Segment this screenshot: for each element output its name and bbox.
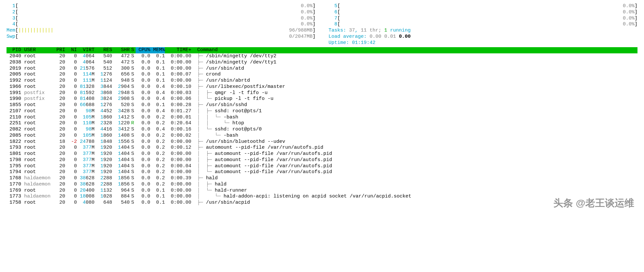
- tasks-line: Tasks: 37, 11 thr; 1 running: [329, 28, 637, 34]
- process-row[interactable]: 2040 root 20 0 4064 540 472 S 0.0 0.1 0:…: [7, 53, 637, 60]
- process-row[interactable]: 1822 root 18 -2 24788 1848 1556 S 0.0 0.…: [7, 139, 637, 145]
- process-row[interactable]: 2251 root 20 0 110M 2328 1220 R 0.0 0.2 …: [7, 120, 637, 127]
- meters-section: 1 [0.0%] 2 [0.0%] 3 [0.0%] 4 [0.0%] Mem …: [7, 3, 637, 46]
- process-row[interactable]: 1794 root 20 0 377M 1920 1404 S 0.0 0.2 …: [7, 169, 637, 175]
- process-row[interactable]: 1966 root 20 0 81328 3844 2904 S 0.0 0.4…: [7, 84, 637, 90]
- cpu-meters-left: 1 [0.0%] 2 [0.0%] 3 [0.0%] 4 [0.0%] Mem …: [7, 3, 315, 46]
- process-row[interactable]: 1793 root 20 0 377M 1920 1404 S 0.0 0.2 …: [7, 145, 637, 151]
- cpu-meter-7: 7 [0.0%]: [329, 16, 637, 22]
- process-row[interactable]: 1801 root 20 0 377M 1920 1404 S 0.0 0.2 …: [7, 151, 637, 157]
- cpu-meter-2: 2 [0.0%]: [7, 9, 315, 16]
- cpu-meter-1: 1 [0.0%]: [7, 3, 315, 9]
- col-pid[interactable]: PID: [7, 47, 21, 53]
- process-row[interactable]: 2082 root 20 0 98M 4416 3412 S 0.0 0.4 0…: [7, 127, 637, 133]
- process-row[interactable]: 2038 root 20 0 4064 540 472 S 0.0 0.1 0:…: [7, 60, 637, 66]
- process-row[interactable]: 2019 root 20 0 21576 512 300 S 0.0 0.1 0…: [7, 66, 637, 72]
- col-cpu[interactable]: CPU%: [136, 47, 150, 53]
- process-row[interactable]: 2110 root 20 0 105M 1860 1412 S 0.0 0.2 …: [7, 115, 637, 121]
- mem-meter: Mem [||||||||||||96/988MB]: [7, 28, 315, 34]
- col-user[interactable]: USER: [21, 47, 53, 53]
- cpu-meter-8: 8 [0.0%]: [329, 21, 637, 28]
- cpu-meter-4: 4 [0.0%]: [7, 21, 315, 28]
- process-row[interactable]: 1770 haldaemon 20 0 38628 2288 1856 S 0.…: [7, 182, 637, 188]
- process-row[interactable]: 1990 postfix 20 0 81408 3824 2908 S 0.0 …: [7, 96, 637, 102]
- process-row[interactable]: 1758 root 20 0 4080 648 540 S 0.0 0.1 0:…: [7, 200, 637, 206]
- col-mem[interactable]: MEM%: [150, 47, 165, 53]
- col-res[interactable]: RES: [95, 47, 112, 53]
- process-row[interactable]: 1991 postfix 20 0 81592 3868 2948 S 0.0 …: [7, 90, 637, 96]
- cpu-meter-3: 3 [0.0%]: [7, 16, 315, 22]
- process-row[interactable]: 2005 root 20 0 114M 1276 656 S 0.0 0.1 0…: [7, 72, 637, 78]
- cpu-meter-6: 6 [0.0%]: [329, 9, 637, 16]
- process-row[interactable]: 2107 root 20 0 98M 4452 3428 S 0.0 0.4 0…: [7, 108, 637, 115]
- process-header[interactable]: PID USER PRI NI VIRT RES SHR S CPU% MEM%…: [7, 47, 637, 53]
- col-virt[interactable]: VIRT: [77, 47, 95, 53]
- process-row[interactable]: 1992 root 20 0 111M 1124 948 S 0.0 0.1 0…: [7, 78, 637, 84]
- col-pri[interactable]: PRI: [53, 47, 65, 53]
- process-row[interactable]: 1798 root 20 0 377M 1920 1404 S 0.0 0.2 …: [7, 157, 637, 163]
- process-row[interactable]: 2085 root 20 0 105M 1860 1408 S 0.0 0.2 …: [7, 133, 637, 139]
- process-row[interactable]: 1773 haldaemon 20 0 18008 1028 884 S 0.0…: [7, 194, 637, 200]
- col-ni[interactable]: NI: [65, 47, 77, 53]
- process-row[interactable]: 1768 haldaemon 20 0 38628 2288 1856 S 0.…: [7, 175, 637, 182]
- cpu-meters-right: 5 [0.0%] 6 [0.0%] 7 [0.0%] 8 [0.0%] Task…: [329, 3, 637, 46]
- process-row[interactable]: 1795 root 20 0 377M 1920 1404 S 0.0 0.2 …: [7, 163, 637, 170]
- col-time[interactable]: TIME+: [165, 47, 191, 53]
- process-row[interactable]: 1855 root 20 0 66688 1276 520 S 0.0 0.1 …: [7, 102, 637, 108]
- uptime-line: Uptime: 01:19:42: [329, 40, 637, 46]
- process-row[interactable]: 1769 root 20 0 20400 1132 964 S 0.0 0.1 …: [7, 188, 637, 194]
- col-shr[interactable]: SHR: [112, 47, 130, 53]
- col-command[interactable]: Command: [191, 47, 218, 53]
- swap-meter: Swp [0/2047MB]: [7, 34, 315, 40]
- cpu-meter-5: 5 [0.0%]: [329, 3, 637, 9]
- load-line: Load average: 0.00 0.01 0.00: [329, 34, 637, 40]
- process-table[interactable]: 2040 root 20 0 4064 540 472 S 0.0 0.1 0:…: [7, 53, 637, 206]
- col-state[interactable]: S: [130, 47, 136, 53]
